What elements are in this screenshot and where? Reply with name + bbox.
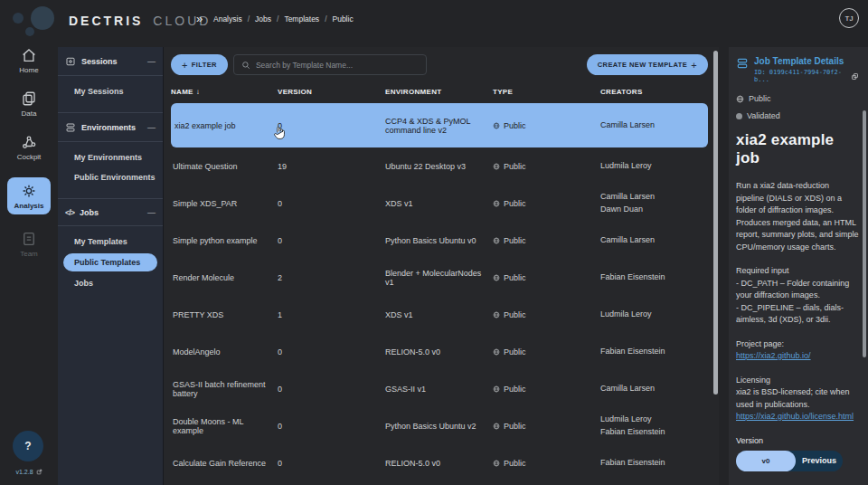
nav-item-home[interactable]: Home: [0, 47, 58, 74]
template-id: ID: 0199c411-7994-70f2-b...: [754, 69, 847, 83]
template-creators-cell: Fabian Eisenstein: [600, 271, 708, 283]
globe-icon: [493, 200, 500, 207]
collapse-icon[interactable]: —: [147, 208, 156, 217]
template-environment-cell: RELION-5.0 v0: [385, 347, 493, 357]
nav-item-label: Team: [20, 250, 38, 258]
licensing-text: xia2 is BSD-licensed; cite when used in …: [736, 386, 859, 411]
type-label: Public: [504, 162, 526, 171]
table-row[interactable]: GSAS-II batch refinement battery0GSAS-II…: [171, 370, 708, 407]
globe-icon: [493, 274, 500, 281]
details-scrollbar[interactable]: [863, 110, 866, 357]
sidebar-section-environments: Environments—My EnvironmentsPublic Envir…: [58, 112, 163, 198]
search-input[interactable]: [256, 61, 419, 70]
template-version-cell: 0: [278, 199, 385, 208]
sidebar-item-jobs[interactable]: Jobs: [58, 273, 163, 293]
template-name-cell: Simple XDS_PAR: [171, 199, 278, 208]
sidebar-section-header-sessions[interactable]: Sessions—: [58, 47, 163, 76]
sidebar-item-public-environments[interactable]: Public Environments: [58, 167, 163, 187]
nav-item-label: Cockpit: [17, 153, 42, 161]
sidebar-item-my-templates[interactable]: My Templates: [58, 232, 163, 252]
sidebar-section-jobs: </>Jobs—My TemplatesPublic TemplatesJobs: [58, 198, 163, 304]
template-creators-cell: Ludmila Leroy: [600, 309, 708, 320]
external-link-icon: [36, 469, 42, 475]
table-row[interactable]: Ultimate Question19Ubuntu 22 Desktop v3P…: [171, 147, 708, 185]
column-header-creators[interactable]: CREATORS: [600, 88, 708, 96]
template-type-cell: Public: [493, 422, 600, 431]
version-current-button[interactable]: v0: [736, 451, 796, 471]
template-environment-cell: Python Basics Ubuntu v0: [385, 236, 493, 245]
create-new-template-button[interactable]: CREATE NEW TEMPLATE +: [587, 54, 708, 75]
template-environment-cell: CCP4 & XDS & PyMOL command line v2: [385, 117, 493, 135]
column-header-name[interactable]: NAME↓: [171, 88, 278, 96]
sidebar-item-my-environments[interactable]: My Environments: [58, 147, 163, 167]
template-description: Run a xia2 data-reduction pipeline (DIAL…: [736, 180, 859, 253]
breadcrumb-separator: /: [325, 14, 326, 24]
sidebar-item-my-sessions[interactable]: My Sessions: [58, 81, 163, 101]
table-row[interactable]: xia2 example job0CCP4 & XDS & PyMOL comm…: [171, 103, 708, 147]
table-row[interactable]: Render Molecule2Blender + MolecularNodes…: [171, 259, 708, 296]
collapse-icon[interactable]: —: [147, 57, 156, 66]
sidebar-section-header-jobs[interactable]: </>Jobs—: [58, 199, 163, 226]
template-version-cell: 0: [278, 385, 385, 394]
template-version-cell: 2: [278, 273, 385, 282]
type-label: Public: [504, 459, 526, 468]
breadcrumb-chevrons-icon: »: [196, 12, 201, 25]
table-row[interactable]: Simple XDS_PAR0XDS v1PublicCamilla Larse…: [171, 185, 708, 222]
avatar[interactable]: TJ: [839, 8, 859, 28]
template-version-cell: 19: [278, 162, 385, 171]
template-environment-cell: Blender + MolecularNodes v1: [385, 269, 493, 287]
template-name-cell: ModelAngelo: [171, 347, 278, 357]
breadcrumb-item-analysis[interactable]: Analysis: [213, 14, 242, 24]
column-header-environment[interactable]: ENVIRONMENT: [385, 88, 493, 96]
search-box: [233, 54, 427, 75]
main-scrollbar[interactable]: [713, 51, 718, 395]
nav-item-team[interactable]: Team: [0, 231, 58, 258]
project-page-link[interactable]: https://xia2.github.io/: [736, 351, 811, 360]
licensing-link[interactable]: https://xia2.github.io/license.html: [736, 412, 854, 421]
app-version[interactable]: v1.2.8: [0, 469, 58, 475]
filter-button[interactable]: + FILTER: [171, 54, 228, 75]
sidebar-section-label: Jobs: [80, 208, 99, 217]
filter-button-label: FILTER: [192, 61, 217, 69]
breadcrumb-item-templates[interactable]: Templates: [284, 14, 319, 24]
dectris-logo-mark-icon: [7, 4, 52, 42]
plus-icon: +: [182, 60, 188, 71]
nav-item-label: Data: [22, 109, 37, 118]
table-row[interactable]: Double Moons - ML example0Python Basics …: [171, 407, 708, 444]
sidebar-section-header-environments[interactable]: Environments—: [58, 113, 163, 142]
table-body: xia2 example job0CCP4 & XDS & PyMOL comm…: [171, 103, 708, 481]
template-creators-cell: Camilla Larsen: [600, 383, 708, 395]
breadcrumb-item-jobs[interactable]: Jobs: [255, 14, 271, 24]
creator-name: Camilla Larsen: [600, 383, 708, 395]
version-previous-button[interactable]: Previous: [796, 451, 843, 471]
table-row[interactable]: Simple python example0Python Basics Ubun…: [171, 222, 708, 259]
nav-item-cockpit[interactable]: Cockpit: [0, 134, 58, 161]
nav-item-data[interactable]: Data: [0, 90, 58, 118]
collapse-icon[interactable]: —: [147, 123, 156, 132]
breadcrumb-item-public[interactable]: Public: [333, 14, 354, 24]
nav-item-analysis[interactable]: Analysis: [7, 177, 51, 214]
copy-icon[interactable]: [851, 72, 859, 81]
licensing-title: Licensing: [736, 375, 859, 387]
table-row[interactable]: ModelAngelo0RELION-5.0 v0PublicFabian Ei…: [171, 333, 708, 370]
template-environment-cell: XDS v1: [385, 199, 493, 208]
globe-icon: [493, 460, 500, 467]
type-label: Public: [504, 310, 526, 319]
template-name-cell: Render Molecule: [171, 273, 278, 282]
sidebar-item-public-templates[interactable]: Public Templates: [63, 253, 157, 271]
template-name-cell: Double Moons - ML example: [171, 417, 278, 435]
topbar: DECTRIS CLOUD » Analysis/Jobs/Templates/…: [0, 0, 868, 47]
details-panel-title: Job Template Details: [754, 56, 859, 66]
template-stack-icon: [736, 57, 749, 70]
creator-name: Dawn Duan: [600, 204, 708, 215]
table-row[interactable]: Calculate Gain Reference0RELION-5.0 v0Pu…: [171, 444, 708, 481]
column-header-type[interactable]: TYPE: [493, 88, 600, 96]
help-button[interactable]: ?: [13, 431, 43, 461]
column-header-version[interactable]: VERSION: [278, 88, 385, 96]
template-version-cell: 1: [278, 310, 385, 319]
globe-icon: [736, 95, 744, 103]
table-row[interactable]: PRETTY XDS1XDS v1PublicLudmila Leroy: [171, 296, 708, 333]
sort-desc-icon: ↓: [196, 88, 200, 96]
licensing-section: Licensing xia2 is BSD-licensed; cite whe…: [736, 375, 859, 423]
creator-name: Camilla Larsen: [600, 119, 708, 131]
